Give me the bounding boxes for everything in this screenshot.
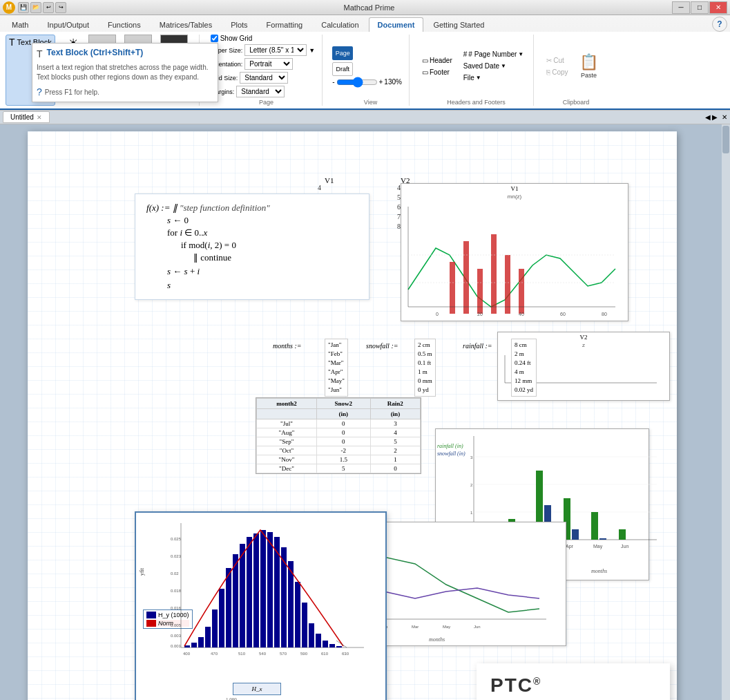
ptc-card: PTC® Mathcad PrimeΣ © 2014 Parametric Te… <box>477 663 670 700</box>
chart-v1-xlabel: mn(z) <box>401 193 628 200</box>
tab-formatting[interactable]: Formatting <box>258 17 312 32</box>
window-controls: ─ □ ✕ <box>672 1 727 14</box>
grid-size-select[interactable]: Standard <box>240 72 288 84</box>
view-group: Page Draft - + 130% V <box>332 35 410 106</box>
copy-btn[interactable]: ⎘ Copy <box>544 67 570 77</box>
svg-rect-69 <box>247 537 252 647</box>
zoom-plus[interactable]: + <box>379 78 383 86</box>
saved-date-btn[interactable]: Saved Date ▼ <box>461 61 527 71</box>
doc-tab-untitled[interactable]: Untitled ✕ <box>3 111 50 123</box>
svg-text:20: 20 <box>477 312 483 316</box>
footer-btn[interactable]: ▭ Footer <box>419 67 455 77</box>
svg-text:0.018: 0.018 <box>171 589 182 593</box>
ribbon-tabs: Math Input/Output Functions Matrices/Tab… <box>0 15 730 32</box>
svg-text:540: 540 <box>259 652 267 656</box>
rain2-unit: (in) <box>370 409 420 419</box>
tab-functions[interactable]: Functions <box>99 17 150 32</box>
help-btn[interactable]: ? <box>712 17 727 32</box>
tab-calculation[interactable]: Calculation <box>312 17 367 32</box>
svg-rect-65 <box>219 589 224 647</box>
svg-rect-78 <box>309 623 314 647</box>
save-quick-btn[interactable]: 💾 <box>18 2 29 13</box>
doc-tab-bar: Untitled ✕ ◀ ▶ ✕ <box>0 111 730 124</box>
minimize-btn[interactable]: ─ <box>672 1 690 14</box>
main-document: V1 V2 4 5 6 7 8 4 5 6 7 8 f(x) := ‖ "ste… <box>28 131 677 700</box>
headers-footers-group: ▭ Header ▭ Footer # # Page Number ▼ <box>419 35 534 106</box>
maximize-btn[interactable]: □ <box>691 1 709 14</box>
doc-scroll-left[interactable]: ◀ <box>705 113 711 121</box>
tab-document[interactable]: Document <box>369 17 424 32</box>
col-rain2: Rain2 <box>370 399 420 409</box>
close-btn[interactable]: ✕ <box>709 1 727 14</box>
text-block-icon: T <box>9 37 15 48</box>
col-snow2: Snow2 <box>316 399 370 409</box>
doc-tab-close-btn[interactable]: ✕ <box>37 114 42 121</box>
paste-btn[interactable]: 📋 Paste <box>577 52 602 80</box>
svg-text:0.001: 0.001 <box>171 644 182 648</box>
tooltip-help-icon: ? <box>37 86 42 97</box>
app-logo: M <box>3 1 15 14</box>
clipboard-content: ✂ Cut ⎘ Copy 📋 Paste <box>544 35 601 106</box>
svg-text:590: 590 <box>300 652 308 656</box>
tab-plots[interactable]: Plots <box>222 17 256 32</box>
svg-text:0.02: 0.02 <box>171 571 179 576</box>
tooltip-title: Text Block (Ctrl+Shift+T) <box>47 48 144 57</box>
svg-text:May: May <box>443 625 450 629</box>
open-quick-btn[interactable]: 📂 <box>30 2 41 13</box>
undo-quick-btn[interactable]: ↩ <box>43 2 54 13</box>
tab-input-output[interactable]: Input/Output <box>38 17 98 32</box>
svg-rect-36 <box>619 529 626 540</box>
snowfall-label: snowfall := <box>366 342 398 350</box>
clipboard-label: Clipboard <box>544 99 608 106</box>
table-row: "Jul"03 <box>257 419 421 428</box>
snowfall-vector: 2 cm 0.5 m 0.1 ft 1 m 0 mm 0 yd <box>414 339 436 397</box>
tab-math[interactable]: Math <box>3 17 37 32</box>
svg-text:0.025: 0.025 <box>171 537 182 541</box>
svg-text:0.003: 0.003 <box>171 634 182 638</box>
scrollbar-thumb[interactable] <box>722 126 729 153</box>
v1-label: V1 <box>325 176 334 185</box>
header-btn[interactable]: ▭ Header <box>419 55 455 66</box>
margins-select[interactable]: Standard <box>236 86 285 97</box>
tab-matrices-tables[interactable]: Matrices/Tables <box>151 17 221 32</box>
show-grid-check[interactable]: Show Grid <box>211 35 315 42</box>
paper-size-select[interactable]: Letter (8.5" x 11") <box>244 44 307 56</box>
legend-color-2 <box>146 620 156 627</box>
svg-rect-61 <box>191 643 197 647</box>
page-view-btn[interactable]: Page <box>332 46 353 60</box>
show-grid-checkbox[interactable] <box>211 35 218 42</box>
doc-close-all[interactable]: ✕ <box>722 113 727 121</box>
chart3-ylabels: rainfall (in) snowfall (in) <box>437 443 465 457</box>
copy-icon: ⎘ <box>546 68 550 76</box>
cut-btn[interactable]: ✂ Cut <box>544 55 570 66</box>
svg-rect-72 <box>267 532 273 647</box>
zoom-controls: - + 130% <box>332 78 402 86</box>
svg-rect-77 <box>302 603 307 647</box>
svg-text:60: 60 <box>560 312 566 316</box>
tab-getting-started[interactable]: Getting Started <box>424 17 493 32</box>
file-btn[interactable]: File ▼ <box>461 73 527 83</box>
svg-text:0.023: 0.023 <box>171 554 182 558</box>
page-number-btn[interactable]: # # Page Number ▼ <box>461 49 527 59</box>
doc-scroll-right[interactable]: ▶ <box>712 113 718 121</box>
table-row: "Aug"04 <box>257 428 421 437</box>
svg-rect-68 <box>240 544 245 647</box>
math-line-7: s <box>146 280 358 291</box>
histogram-bottom-label: 1.000 <box>226 697 237 700</box>
scissors-icon: ✂ <box>546 57 552 64</box>
histogram-xlabel-box[interactable]: H_x <box>233 683 281 695</box>
zoom-slider[interactable] <box>336 79 378 85</box>
svg-rect-60 <box>184 645 190 647</box>
redo-quick-btn[interactable]: ↪ <box>55 2 66 13</box>
draft-view-btn[interactable]: Draft <box>332 62 353 76</box>
rainfall-label: rainfall := <box>463 342 492 350</box>
svg-rect-0 <box>450 262 455 314</box>
ptc-trademark: ® <box>533 676 541 687</box>
svg-rect-82 <box>336 646 342 647</box>
svg-rect-66 <box>226 568 231 647</box>
zoom-minus[interactable]: - <box>332 78 334 86</box>
svg-text:Jun: Jun <box>621 544 628 549</box>
orientation-select[interactable]: Portrait <box>244 58 293 70</box>
window-title: Mathcad Prime <box>66 3 672 12</box>
col-month2: month2 <box>257 399 317 409</box>
